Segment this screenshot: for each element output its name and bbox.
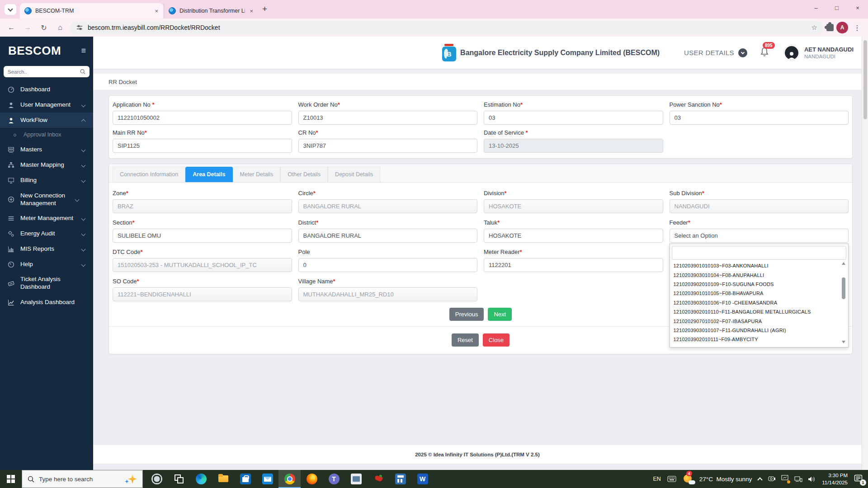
sidebar-item-dashboard[interactable]: Dashboard bbox=[0, 82, 93, 97]
sidebar-item-user-management[interactable]: User Management bbox=[0, 97, 93, 113]
store-icon[interactable] bbox=[234, 470, 256, 488]
weather-widget[interactable]: 4 27°C Mostly sunny bbox=[683, 473, 752, 485]
file-explorer-icon[interactable] bbox=[212, 470, 234, 488]
minimize-button[interactable]: – bbox=[806, 0, 826, 15]
close-window-button[interactable]: × bbox=[847, 0, 868, 15]
reset-button[interactable]: Reset bbox=[452, 333, 479, 347]
clock[interactable]: 3:30 PM 11/14/2025 bbox=[822, 472, 848, 486]
sidebar-item-new-connection-management[interactable]: New Connection Management bbox=[0, 188, 93, 211]
cr-no-input[interactable] bbox=[298, 139, 478, 153]
close-button[interactable]: Close bbox=[483, 333, 509, 347]
sidebar-item-master-mapping[interactable]: Master Mapping bbox=[0, 158, 93, 173]
bookmark-star-icon[interactable]: ☆ bbox=[811, 23, 817, 32]
power-sanction-no-input[interactable] bbox=[670, 111, 849, 125]
new-tab-button[interactable]: + bbox=[262, 4, 267, 14]
home-button[interactable]: ⌂ bbox=[53, 21, 67, 34]
browser-tab-active[interactable]: BESCOM-TRM × bbox=[20, 3, 164, 19]
copilot-icon[interactable] bbox=[128, 474, 137, 483]
sidebar-search-input[interactable] bbox=[8, 69, 77, 75]
taskbar-search[interactable]: Type here to search bbox=[22, 470, 143, 488]
site-settings-icon[interactable] bbox=[76, 24, 83, 31]
extensions-icon[interactable] bbox=[826, 24, 834, 31]
tab-close-icon[interactable]: × bbox=[154, 8, 159, 14]
browser-tab-inactive[interactable]: Distribution Transformer LifeCy × bbox=[164, 3, 259, 19]
sidebar-item-masters[interactable]: Masters bbox=[0, 142, 93, 158]
page-scrollbar-thumb[interactable] bbox=[863, 40, 867, 119]
address-bar[interactable]: bescom.trm.ieasybill.com/RRDocket/RRDock… bbox=[70, 21, 824, 34]
browser-menu-icon[interactable]: ⋮ bbox=[851, 23, 863, 32]
feeder-option[interactable]: 1210203901010105~F08-BHAVAPURA bbox=[672, 289, 840, 298]
notifications-button[interactable]: 895 bbox=[759, 47, 770, 59]
cortana-icon[interactable] bbox=[146, 470, 168, 488]
maximize-button[interactable]: □ bbox=[826, 0, 847, 15]
feeder-option[interactable]: 1210203902010111~F09-AMBYCITY bbox=[672, 335, 840, 344]
feeder-option[interactable]: 1210202907010102~F07-IBASAPURA bbox=[672, 316, 840, 325]
sidebar-item-ticket-analysis-dashboard[interactable]: Ticket Analysis Dashboard bbox=[0, 272, 93, 295]
feeder-option[interactable]: 1210203902010110~F11-BANGALORE METALLURG… bbox=[672, 307, 840, 316]
feeder-option[interactable]: 1210203902010109~F10-SUGUNA FOODS bbox=[672, 280, 840, 289]
volume-icon[interactable] bbox=[808, 476, 816, 483]
sidebar-item-energy-audit[interactable]: Energy Audit bbox=[0, 226, 93, 241]
teams-icon[interactable] bbox=[323, 470, 345, 488]
page-scrollbar[interactable] bbox=[862, 37, 868, 470]
display-settings-icon[interactable] bbox=[781, 475, 789, 483]
feeder-option[interactable]: 1210203901010103~F03-ANKONAHALLI bbox=[672, 261, 840, 270]
district-input[interactable] bbox=[298, 229, 478, 243]
scrollbar-thumb[interactable] bbox=[842, 277, 845, 299]
main-rr-no-input[interactable] bbox=[113, 139, 292, 153]
sidebar-item-approval-inbox[interactable]: Approval Inbox bbox=[0, 128, 93, 142]
sidebar-item-analysis-dashboard[interactable]: Analysis Dashboard bbox=[0, 295, 93, 310]
forward-button[interactable]: → bbox=[21, 21, 34, 34]
firefox-icon[interactable] bbox=[301, 470, 323, 488]
tray-expand-icon[interactable] bbox=[758, 477, 763, 482]
url-text[interactable]: bescom.trm.ieasybill.com/RRDocket/RRDock… bbox=[88, 24, 807, 31]
calculator-icon[interactable] bbox=[389, 470, 411, 488]
tab-deposit-details[interactable]: Deposit Details bbox=[328, 167, 380, 182]
browser-profile-avatar[interactable]: A bbox=[836, 22, 848, 33]
tab-area-details[interactable]: Area Details bbox=[185, 167, 232, 182]
sidebar-item-meter-management[interactable]: Meter Management bbox=[0, 211, 93, 226]
edge-icon[interactable] bbox=[190, 470, 212, 488]
scroll-up-icon[interactable] bbox=[842, 262, 845, 265]
back-button[interactable]: ← bbox=[5, 21, 18, 34]
tab-close-icon[interactable]: × bbox=[249, 8, 254, 14]
photos-icon[interactable] bbox=[345, 470, 367, 488]
feeder-dropdown-search-input[interactable] bbox=[672, 246, 847, 260]
chrome-icon[interactable] bbox=[278, 470, 301, 488]
start-button[interactable] bbox=[0, 470, 22, 488]
meter-reader-input[interactable] bbox=[484, 258, 663, 272]
meet-now-icon[interactable] bbox=[768, 476, 776, 483]
tab-search-button[interactable] bbox=[5, 4, 16, 15]
application-no-input[interactable] bbox=[113, 111, 292, 125]
network-icon[interactable] bbox=[794, 476, 802, 482]
hamburger-menu-icon[interactable]: ≡ bbox=[81, 46, 86, 56]
section-input[interactable] bbox=[113, 229, 292, 243]
user-profile[interactable]: AET NANDAGUDI NANDAGUDI bbox=[783, 45, 854, 61]
word-icon[interactable]: W bbox=[411, 470, 434, 488]
keyboard-icon[interactable] bbox=[667, 476, 676, 482]
user-details-menu[interactable]: USER DETAILS bbox=[684, 48, 747, 57]
reload-button[interactable]: ↻ bbox=[37, 21, 51, 34]
taluk-input[interactable] bbox=[484, 229, 663, 243]
pole-input[interactable] bbox=[298, 258, 478, 272]
sidebar-item-help[interactable]: Help bbox=[0, 257, 93, 272]
chili-app-icon[interactable] bbox=[367, 470, 389, 488]
work-order-no-input[interactable] bbox=[298, 111, 478, 125]
sidebar-item-billing[interactable]: Billing bbox=[0, 173, 93, 188]
sidebar-search[interactable] bbox=[4, 66, 90, 77]
task-view-icon[interactable] bbox=[168, 470, 190, 488]
sidebar-item-workflow[interactable]: WorkFlow bbox=[0, 113, 93, 128]
next-button[interactable]: Next bbox=[488, 308, 512, 321]
tab-connection-information[interactable]: Connection Information bbox=[113, 167, 185, 182]
estimation-no-input[interactable] bbox=[484, 111, 663, 125]
language-indicator[interactable]: EN bbox=[653, 476, 660, 482]
sidebar-item-mis-reports[interactable]: MIS Reports bbox=[0, 241, 93, 257]
feeder-option[interactable]: 1210203903010104~F08-ANUPAHALLI bbox=[672, 270, 840, 279]
feeder-option[interactable]: 1210203903010107~F11-GUNDRAHALLI (AGRI) bbox=[672, 326, 840, 335]
feeder-select[interactable]: Select an Option bbox=[670, 229, 849, 243]
tab-meter-details[interactable]: Meter Details bbox=[233, 167, 281, 182]
previous-button[interactable]: Previous bbox=[449, 308, 484, 321]
action-center-button[interactable]: 1 bbox=[854, 474, 864, 484]
feeder-option[interactable]: 1210203903010106~F10 -CHEEMASANDRA bbox=[672, 298, 840, 307]
scroll-down-icon[interactable] bbox=[842, 341, 845, 343]
